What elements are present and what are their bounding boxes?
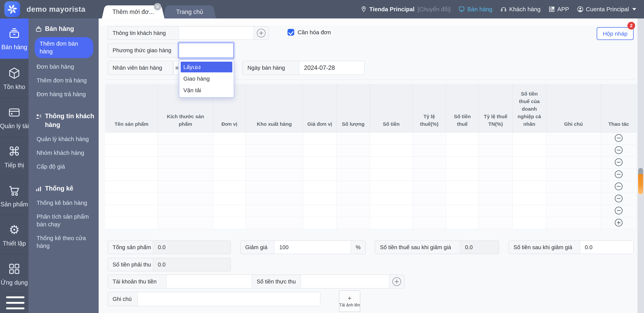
nav-account[interactable]: Cuenta Principal xyxy=(577,6,636,13)
dropdown-option-van-tai[interactable]: Vận tải xyxy=(181,85,232,96)
upload-label: Tải ảnh lên xyxy=(339,302,360,307)
remove-row-icon[interactable] xyxy=(615,158,622,166)
box-icon xyxy=(7,66,22,80)
col-so-luong: Số lượng xyxy=(336,84,370,132)
menu-item-phan-tich-san-pham[interactable]: Phân tích sản phẩm bán chạy xyxy=(36,210,95,231)
add-payment-icon[interactable] xyxy=(392,277,401,286)
menu-item-don-ban-hang[interactable]: Đơn bán hàng xyxy=(36,60,95,74)
vertical-scrollbar-track[interactable] xyxy=(638,19,644,313)
icon-rail: Bán hàng Tồn kho Quản lý tài ⌘ Tiếp thị xyxy=(0,19,28,313)
remove-row-icon[interactable] xyxy=(615,170,622,178)
dropdown-option-giao-hang[interactable]: Giao hàng xyxy=(181,73,232,84)
add-row-icon[interactable] xyxy=(615,219,622,226)
rail-item-ban-hang[interactable]: Bán hàng xyxy=(0,19,28,59)
scrollbar-thumb-body xyxy=(638,174,643,194)
menu-section-ban-hang: Bán hàng Thêm đơn bán hàng Đơn bán hàng … xyxy=(35,25,95,101)
close-tab-icon[interactable]: ✕ xyxy=(154,3,161,11)
salesman-label: Nhân viên bán hàng xyxy=(108,61,173,75)
rail-item-san-pham[interactable]: Sản phẩm xyxy=(0,176,28,215)
tax-after-discount-field: Số tiền thuế sau khi giảm giá 0.0 xyxy=(375,240,499,254)
store-switch-link[interactable]: [Chuyển đổi] xyxy=(418,6,450,13)
receivable-field: Số tiền phải thu 0.0 xyxy=(108,258,231,271)
chevron-down-icon xyxy=(632,8,636,11)
received-amount-input[interactable] xyxy=(301,275,389,288)
rail-item-thiet-lap[interactable]: ⚙ Thiết lập xyxy=(0,215,28,254)
rail-item-ung-dung[interactable]: Ứng dụng xyxy=(0,254,28,293)
sale-date-label: Ngày bán hàng xyxy=(243,61,299,75)
menu-item-thong-ke-cua-hang[interactable]: Thống kê theo cửa hàng xyxy=(36,231,95,253)
nav-app[interactable]: APP xyxy=(548,6,569,13)
table-row xyxy=(105,181,636,193)
menu-item-thong-ke-ban-hang[interactable]: Thống kê bán hàng xyxy=(36,196,95,210)
app-logo[interactable] xyxy=(4,1,20,17)
scrollbar-thumb-cap xyxy=(638,168,643,174)
upload-image-button[interactable]: + Tải ảnh lên xyxy=(339,290,360,312)
sale-date-field: Ngày bán hàng 2024-07-28 xyxy=(242,61,365,75)
invoice-checkbox-label: Cần hóa đơn xyxy=(298,29,331,36)
total-products-value: 0.0 xyxy=(153,241,230,254)
delivery-method-input[interactable] xyxy=(179,43,234,58)
tax-after-discount-label: Số tiền thuế sau khi giảm giá xyxy=(375,241,460,254)
menu-item-them-don-ban-hang[interactable]: Thêm đơn bán hàng xyxy=(34,37,93,58)
nav-ban-hang[interactable]: Bán hàng xyxy=(458,6,492,13)
cash-drawer-icon xyxy=(7,26,22,41)
col-ty-le-thue: Tỷ lệ thuế(%) xyxy=(412,84,446,132)
menu-item-quan-ly-khach-hang[interactable]: Quản lý khách hàng xyxy=(36,132,95,146)
remove-row-icon[interactable] xyxy=(615,207,622,214)
location-pin-icon xyxy=(360,6,367,13)
main-content: Thông tin khách hàng Cần hóa đơn Hộp nhá… xyxy=(99,19,644,313)
menu-item-nhom-khach-hang[interactable]: Nhóm khách hàng xyxy=(36,146,95,160)
remove-row-icon[interactable] xyxy=(615,183,622,190)
tax-after-discount-value: 0.0 xyxy=(460,241,499,254)
note-input[interactable] xyxy=(138,292,320,306)
submenu: Bán hàng Thêm đơn bán hàng Đơn bán hàng … xyxy=(28,19,99,313)
app-grid-icon xyxy=(7,262,22,276)
credit-card-icon xyxy=(7,105,22,120)
tab-them-moi-don[interactable]: Thêm mới đơ... ✕ xyxy=(107,5,159,19)
customer-info-input[interactable] xyxy=(179,27,254,40)
table-row xyxy=(105,157,636,169)
discount-suffix: % xyxy=(351,241,365,254)
menu-item-don-hang-tra-hang[interactable]: Đơn hàng trả hàng xyxy=(36,87,95,101)
delivery-method-field: Phương thức giao hàng xyxy=(108,43,179,58)
remove-row-icon[interactable] xyxy=(615,195,622,202)
rail-item-tiep-thi[interactable]: ⌘ Tiếp thị xyxy=(0,137,28,176)
tab-trang-chu[interactable]: Trang chủ xyxy=(168,5,210,19)
remove-row-icon[interactable] xyxy=(615,146,622,154)
menu-item-them-don-tra-hang[interactable]: Thêm đơn trả hàng xyxy=(36,74,95,87)
rail-item-ton-kho[interactable]: Tồn kho xyxy=(0,59,28,98)
app-title: demo mayorista xyxy=(26,0,86,19)
discount-input[interactable]: 100 xyxy=(274,241,351,254)
received-amount-label: Số tiền thực thu xyxy=(252,275,301,288)
nav-khach-hang[interactable]: Khách hàng xyxy=(500,6,540,13)
add-payment-section xyxy=(389,275,404,288)
command-icon: ⌘ xyxy=(7,144,22,159)
menu-section-thong-tin-khach-hang: Thông tin khách hàng Quản lý khách hàng … xyxy=(35,112,95,173)
screen: demo mayorista Thêm mới đơ... ✕ Trang ch… xyxy=(0,0,644,313)
cart-icon xyxy=(7,183,22,198)
col-gia-don-vi: Giá đơn vị xyxy=(303,84,336,132)
add-customer-icon[interactable] xyxy=(257,29,266,38)
store-selector[interactable]: Tienda Principal [Chuyển đổi] xyxy=(360,6,450,13)
col-ten-san-pham: Tên sản phẩm xyxy=(105,84,158,132)
dropdown-option-lay-eng[interactable]: Lấyเอง xyxy=(181,62,232,72)
vertical-scrollbar-thumb[interactable] xyxy=(638,168,643,194)
remove-row-icon[interactable] xyxy=(615,134,622,142)
invoice-checkbox[interactable] xyxy=(288,29,294,36)
content-top-strip xyxy=(99,19,644,26)
menu-section-thong-ke: Thống kê Thống kê bán hàng Phân tích sản… xyxy=(35,184,95,253)
draft-box-button[interactable]: Hộp nháp xyxy=(597,27,634,40)
payment-account-label: Tài khoản thu tiền xyxy=(108,275,167,288)
col-ghi-chu: Ghi chú xyxy=(546,84,601,132)
sale-date-input[interactable]: 2024-07-28 xyxy=(299,61,364,75)
pinwheel-logo-icon xyxy=(6,3,18,15)
cash-drawer-icon xyxy=(35,26,42,33)
rail-item-quan-ly-tai[interactable]: Quản lý tài xyxy=(0,98,28,137)
customer-info-label: Thông tin khách hàng xyxy=(108,27,179,40)
menu-item-cap-do-gia[interactable]: Cấp độ giá xyxy=(36,160,95,173)
col-so-tien: Số tiền xyxy=(370,84,412,132)
discount-label: Giảm giá xyxy=(240,241,274,254)
total-products-field: Tổng sản phẩm 0.0 xyxy=(108,240,231,254)
hamburger-menu-icon[interactable] xyxy=(6,296,24,309)
payment-account-input[interactable] xyxy=(167,275,252,288)
